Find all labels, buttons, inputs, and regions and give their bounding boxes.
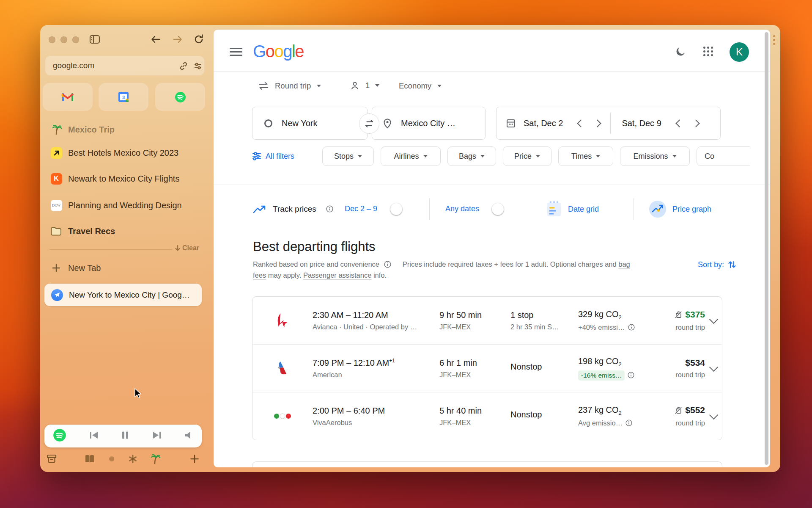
depart-next-day-button[interactable] [594,119,601,127]
filter-chip-bags[interactable]: Bags [447,146,496,166]
asterisk-button[interactable] [126,452,140,466]
flight-duration: 6 hr 1 min [439,358,510,368]
filter-chip-stops[interactable]: Stops [322,146,374,166]
main-menu-button[interactable] [230,48,242,56]
calendar-app-icon: 3 [118,91,129,102]
flight-row[interactable]: 2:30 AM – 11:20 AM Avianca · United · Op… [252,297,722,344]
dark-mode-button[interactable] [675,46,686,59]
expand-flight-button[interactable] [705,414,722,418]
reading-list-button[interactable] [82,452,97,466]
flight-stops: Nonstop [510,362,578,372]
info-icon[interactable] [625,420,633,427]
sort-button[interactable]: Sort by: [698,260,737,269]
dot-button[interactable] [104,452,119,466]
frame-dot [773,35,775,37]
sidebar-item-label: Planning and Wedding Design [68,201,182,210]
filter-chip-times[interactable]: Times [558,146,613,166]
site-settings-icon[interactable] [193,61,203,72]
fees-text: Prices include required taxes + fees for… [403,260,617,268]
next-track-button[interactable] [152,431,162,442]
all-filters-button[interactable]: All filters [252,152,294,161]
info-icon[interactable] [628,372,635,379]
swap-airports-button[interactable] [359,113,379,134]
account-avatar[interactable]: K [730,42,749,62]
previous-track-button[interactable] [89,431,99,442]
arrow-up-right-icon [51,147,62,159]
info-icon[interactable] [628,324,635,331]
archive-box-button[interactable] [44,452,59,466]
url-bar[interactable]: google.com [45,56,204,75]
passengers-selector[interactable]: 1 [350,80,379,91]
chevron-down-icon [672,155,677,157]
trip-type-selector[interactable]: Round trip [258,81,321,91]
google-apps-button[interactable] [703,47,713,56]
filter-chip-emissions[interactable]: Emissions [620,146,690,166]
open-book-icon [84,454,96,464]
chevron-down-icon [709,411,718,420]
clear-tabs-button[interactable]: Clear [175,244,199,252]
flight-results-list: 2:30 AM – 11:20 AM Avianca · United · Op… [252,296,722,440]
expand-flight-button[interactable] [705,318,722,323]
minimize-button[interactable] [60,36,67,43]
add-button[interactable] [187,452,202,466]
close-button[interactable] [49,36,55,43]
flight-route: JFK–MEX [439,419,510,427]
maximize-button[interactable] [72,36,79,43]
google-logo[interactable]: Google [253,42,304,61]
dates-field[interactable]: Sat, Dec 2 Sat, Dec 9 [496,107,721,140]
depart-prev-day-button[interactable] [577,119,585,127]
chevron-down-icon [596,155,600,157]
back-button[interactable] [150,34,161,46]
filter-chip-price[interactable]: Price [503,146,551,166]
flight-row[interactable]: 2:00 PM – 6:40 PM VivaAerobus 5 hr 40 mi… [252,392,722,440]
flight-row[interactable]: 7:09 PM – 12:10 AM+1 American 6 hr 1 min… [252,344,722,392]
price-graph-button[interactable]: Price graph [648,200,711,218]
return-prev-day-button[interactable] [675,119,683,127]
return-next-day-button[interactable] [692,119,700,127]
sidebar-item-travel-recs[interactable]: Travel Recs [40,224,209,238]
back-arrow-icon [150,34,161,44]
forward-button[interactable] [172,34,183,46]
info-icon[interactable] [384,261,391,268]
next-icon [152,431,162,440]
origin-field[interactable]: New York [252,107,368,140]
chip-label: Airlines [394,152,419,161]
chevron-down-icon [375,84,379,87]
sidebar-item-best-hotels[interactable]: Best Hotels Mexico City 2023 [40,146,209,160]
spotify-now-playing-button[interactable] [53,428,66,444]
sidebar-bottom-toolbar [40,449,214,468]
copy-link-icon[interactable] [179,61,188,72]
info-icon[interactable] [326,205,333,213]
sidebar-item-label: Best Hotels Mexico City 2023 [68,148,178,158]
destination-field[interactable]: Mexico City … [372,107,486,140]
folder-icon [50,225,62,237]
palm-tree-button[interactable] [148,452,162,466]
volume-button[interactable] [184,431,193,442]
pause-button[interactable] [121,431,129,442]
shortcut-tile-calendar[interactable]: 3 [99,83,148,111]
expand-flight-button[interactable] [705,366,722,370]
sidebar-item-planning-wedding[interactable]: DCW Planning and Wedding Design [40,199,209,212]
chip-label: Times [571,152,592,161]
passenger-assistance-link[interactable]: Passenger assistance [303,271,371,279]
filter-chip-connecting-airports[interactable]: Co [697,146,750,166]
filter-chip-airlines[interactable]: Airlines [381,146,441,166]
round-trip-icon [258,81,269,91]
flight-times: 2:00 PM – 6:40 PM [313,406,439,416]
date-grid-button[interactable]: Date grid [546,200,599,218]
refresh-button[interactable] [193,34,204,47]
flight-stops: Nonstop [510,410,578,420]
sidebar-toggle-button[interactable] [89,34,100,46]
active-tab[interactable]: New York to Mexico City | Goog… [44,284,202,306]
sidebar-item-newark-flights[interactable]: K Newark to Mexico City Flights [40,172,209,185]
cabin-class-selector[interactable]: Economy [399,81,442,91]
calendar-day-text: 3 [122,95,125,100]
shortcut-tile-spotify[interactable] [155,83,205,111]
track-prices-icon [253,205,266,214]
page-scrollbar[interactable] [765,32,768,465]
no-carry-on-icon [674,310,683,319]
shortcut-tile-gmail[interactable] [43,83,93,111]
new-tab-button[interactable]: New Tab [40,261,209,275]
sidebar-section-mexico-trip[interactable]: Mexico Trip [40,123,209,136]
chip-label: Co [705,152,714,161]
